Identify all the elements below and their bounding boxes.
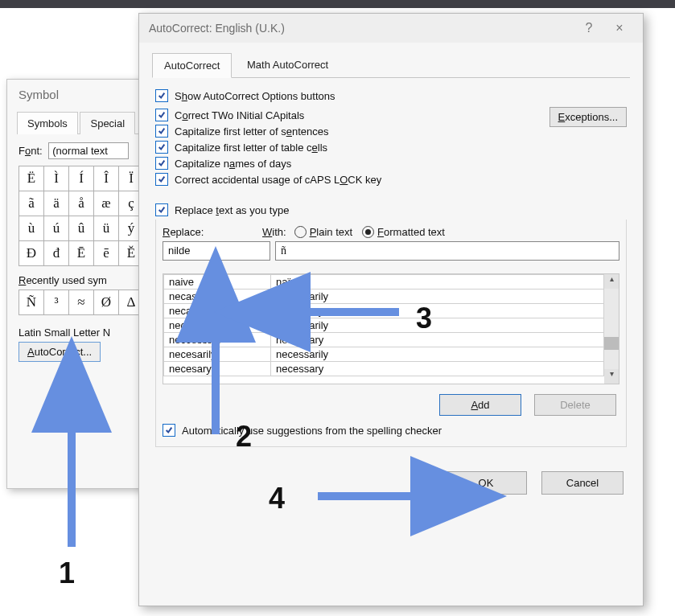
annotation-number-4: 4: [269, 482, 285, 515]
list-with: necessarily: [271, 318, 604, 333]
list-replace: necesarily: [164, 347, 271, 362]
autocorrect-button[interactable]: AutoCorrect...: [19, 342, 101, 362]
replace-label: Replace:: [163, 226, 262, 238]
chk-replace-as-you-type-label: Replace text as you type: [175, 204, 289, 216]
annotation-number-2: 2: [236, 420, 252, 454]
autocorrect-dialog: AutoCorrect: English (U.K.) ? × AutoCorr…: [138, 13, 644, 606]
chk-capitalize-days-label: Capitalize names of days: [175, 158, 291, 170]
glyph-cell[interactable]: đ: [44, 241, 69, 266]
radio-plain-text[interactable]: Plain text: [294, 226, 352, 238]
chk-first-letter-cells[interactable]: Capitalize first letter of table cells: [155, 141, 543, 154]
checkbox-icon: [155, 157, 168, 170]
chk-use-spellcheck-suggestions-label: Automatically use suggestions from the s…: [182, 425, 442, 437]
glyph-cell[interactable]: Ē: [69, 241, 94, 266]
add-button[interactable]: Add: [439, 394, 521, 416]
symbol-grid: Ë Ì Í Î Ï ã ä å æ ç ù ú û ü ý Đ: [19, 166, 144, 266]
list-with: necessary: [271, 362, 604, 376]
table-row[interactable]: necassarynecessary: [164, 304, 604, 318]
list-replace: naive: [164, 275, 271, 290]
list-replace: necassary: [164, 304, 271, 318]
ok-button[interactable]: OK: [445, 471, 527, 495]
with-input[interactable]: ñ: [275, 241, 619, 261]
chk-first-letter-cells-label: Capitalize first letter of table cells: [175, 142, 327, 154]
autocorrect-tabs: AutoCorrect Math AutoCorrect: [152, 52, 630, 78]
list-scrollbar[interactable]: ▴ ▾: [604, 274, 619, 384]
table-row[interactable]: naivenaïve: [164, 275, 604, 290]
replace-input[interactable]: nilde: [163, 241, 270, 261]
list-replace: neccessary: [164, 333, 271, 347]
chk-replace-as-you-type[interactable]: Replace text as you type: [155, 203, 627, 216]
list-replace: neccessarily: [164, 318, 271, 333]
glyph-cell[interactable]: Í: [69, 166, 94, 191]
chk-show-options-label: Show AutoCorrect Options buttons: [175, 90, 335, 102]
table-row[interactable]: necassarilynecessarily: [164, 290, 604, 304]
list-with: naïve: [271, 275, 604, 290]
autocorrect-list: naivenaïve necassarilynecessarily necass…: [163, 273, 619, 384]
chk-show-options[interactable]: Show AutoCorrect Options buttons: [155, 89, 627, 102]
table-row[interactable]: necesarynecessary: [164, 362, 604, 376]
tab-autocorrect[interactable]: AutoCorrect: [152, 53, 232, 78]
app-top-strip: [0, 0, 675, 8]
checkbox-icon: [163, 424, 175, 437]
list-replace: necesary: [164, 362, 271, 376]
glyph-cell[interactable]: æ: [94, 191, 119, 216]
font-combo[interactable]: (normal text: [48, 142, 129, 159]
exceptions-button[interactable]: Exceptions...: [549, 107, 627, 127]
recent-glyph-cell[interactable]: Ñ: [19, 290, 44, 315]
help-button[interactable]: ?: [574, 21, 604, 35]
glyph-cell[interactable]: Đ: [19, 241, 44, 266]
scroll-up-icon[interactable]: ▴: [604, 274, 619, 289]
table-row[interactable]: neccessarilynecessarily: [164, 318, 604, 333]
recent-glyph-cell[interactable]: ³: [44, 290, 69, 315]
tab-symbols[interactable]: Symbols: [17, 112, 78, 134]
table-row[interactable]: neccessarynecessary: [164, 333, 604, 347]
glyph-cell[interactable]: å: [69, 191, 94, 216]
with-label: With:: [262, 226, 286, 238]
glyph-cell[interactable]: ã: [19, 191, 44, 216]
glyph-cell[interactable]: Î: [94, 166, 119, 191]
chk-first-letter-sentences[interactable]: Capitalize first letter of sentences: [155, 125, 543, 138]
list-with: necessarily: [271, 290, 604, 304]
glyph-cell[interactable]: ü: [94, 216, 119, 241]
radio-plain-text-label: Plain text: [310, 226, 352, 238]
list-with: necessary: [271, 304, 604, 318]
glyph-cell[interactable]: Ì: [44, 166, 69, 191]
table-row[interactable]: necesarilynecessarily: [164, 347, 604, 362]
chk-caps-lock[interactable]: Correct accidental usage of cAPS LOCK ke…: [155, 173, 543, 186]
chk-two-initial-caps-label: Correct TWo INitial CApitals: [175, 109, 304, 121]
checkbox-icon: [155, 173, 168, 186]
tab-special-characters[interactable]: Special: [80, 112, 135, 134]
close-button[interactable]: ×: [604, 21, 635, 35]
list-with: necessarily: [271, 347, 604, 362]
checkbox-icon: [155, 109, 168, 121]
chk-caps-lock-label: Correct accidental usage of cAPS LOCK ke…: [175, 174, 381, 186]
autocorrect-title: AutoCorrect: English (U.K.): [149, 22, 574, 35]
checkbox-icon: [155, 89, 168, 102]
list-replace: necassarily: [164, 290, 271, 304]
radio-icon: [294, 226, 307, 238]
scroll-thumb[interactable]: [604, 337, 619, 350]
recent-glyph-cell[interactable]: ≈: [69, 290, 94, 315]
glyph-cell[interactable]: ē: [94, 241, 119, 266]
glyph-cell[interactable]: ú: [44, 216, 69, 241]
glyph-cell[interactable]: û: [69, 216, 94, 241]
glyph-cell[interactable]: Ë: [19, 166, 44, 191]
delete-button[interactable]: Delete: [534, 394, 616, 416]
cancel-button[interactable]: Cancel: [541, 471, 624, 495]
autocorrect-table: naivenaïve necassarilynecessarily necass…: [163, 274, 604, 376]
tab-math-autocorrect[interactable]: Math AutoCorrect: [235, 52, 340, 77]
chk-two-initial-caps[interactable]: Correct TWo INitial CApitals: [155, 109, 543, 121]
radio-icon: [362, 226, 374, 238]
checkbox-icon: [155, 125, 168, 138]
glyph-cell[interactable]: ù: [19, 216, 44, 241]
recent-glyph-cell[interactable]: Ø: [94, 290, 119, 315]
chk-use-spellcheck-suggestions[interactable]: Automatically use suggestions from the s…: [163, 424, 619, 437]
scroll-down-icon[interactable]: ▾: [604, 369, 619, 384]
radio-formatted-text[interactable]: Formatted text: [362, 226, 445, 238]
annotation-number-1: 1: [59, 556, 75, 590]
glyph-cell[interactable]: ä: [44, 191, 69, 216]
recent-grid: Ñ ³ ≈ Ø Δ: [19, 290, 144, 315]
annotation-number-3: 3: [416, 302, 432, 335]
radio-formatted-text-label: Formatted text: [377, 226, 445, 238]
chk-capitalize-days[interactable]: Capitalize names of days: [155, 157, 543, 170]
